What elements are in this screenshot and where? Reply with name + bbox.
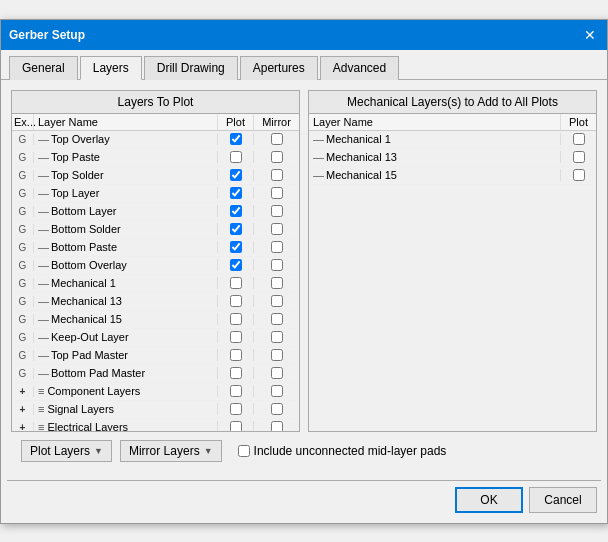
table-row: G —Top Paste [12,149,299,167]
row-ex: G [12,134,34,145]
close-button[interactable]: ✕ [581,26,599,44]
group-mirror-checkbox[interactable] [253,421,299,431]
right-row-plot-checkbox[interactable] [560,151,596,163]
row-ex: G [12,260,34,271]
right-col-name-header: Layer Name [309,114,560,130]
group-mirror-checkbox[interactable] [253,403,299,415]
col-ex-header: Ex... [12,114,34,130]
row-plot-checkbox[interactable] [217,205,253,217]
group-plot-checkbox[interactable] [217,403,253,415]
row-mirror-checkbox[interactable] [253,187,299,199]
row-mirror-checkbox[interactable] [253,331,299,343]
row-mirror-checkbox[interactable] [253,223,299,235]
mirror-layers-arrow-icon: ▼ [204,446,213,456]
table-row: G —Top Pad Master [12,347,299,365]
row-name: —Bottom Pad Master [34,367,217,379]
ok-button[interactable]: OK [455,487,523,513]
row-plot-checkbox[interactable] [217,277,253,289]
table-row: G —Top Layer [12,185,299,203]
row-plot-checkbox[interactable] [217,349,253,361]
tab-general[interactable]: General [9,56,78,80]
right-row-plot-checkbox[interactable] [560,133,596,145]
row-plot-checkbox[interactable] [217,223,253,235]
group-expand[interactable]: + [12,404,34,415]
cancel-button[interactable]: Cancel [529,487,597,513]
table-row: G —Top Overlay [12,131,299,149]
group-row-electrical: + ≡Electrical Layers [12,419,299,431]
group-name: ≡Electrical Layers [34,421,217,431]
row-plot-checkbox[interactable] [217,169,253,181]
row-name: —Top Paste [34,151,217,163]
table-row: G —Mechanical 15 [12,311,299,329]
tab-bar: General Layers Drill Drawing Apertures A… [1,50,607,80]
row-ex: G [12,368,34,379]
row-mirror-checkbox[interactable] [253,313,299,325]
row-mirror-checkbox[interactable] [253,133,299,145]
include-unconnected-checkbox[interactable] [238,445,250,457]
row-mirror-checkbox[interactable] [253,205,299,217]
layers-to-plot-panel: Layers To Plot Ex... Layer Name Plot Mir… [11,90,300,432]
row-ex: G [12,350,34,361]
table-row: G —Keep-Out Layer [12,329,299,347]
tab-layers[interactable]: Layers [80,56,142,80]
group-plot-checkbox[interactable] [217,421,253,431]
tab-drill-drawing[interactable]: Drill Drawing [144,56,238,80]
plot-layers-label: Plot Layers [30,444,90,458]
tab-advanced[interactable]: Advanced [320,56,399,80]
row-plot-checkbox[interactable] [217,187,253,199]
right-col-plot-header: Plot [560,114,596,130]
right-table-row: —Mechanical 1 [309,131,596,149]
include-unconnected-label: Include unconnected mid-layer pads [238,444,447,458]
row-ex: G [12,152,34,163]
row-ex: G [12,314,34,325]
row-plot-checkbox[interactable] [217,151,253,163]
mirror-layers-button[interactable]: Mirror Layers ▼ [120,440,222,462]
main-content: Layers To Plot Ex... Layer Name Plot Mir… [1,80,607,480]
row-mirror-checkbox[interactable] [253,277,299,289]
row-mirror-checkbox[interactable] [253,169,299,181]
bottom-bar: Plot Layers ▼ Mirror Layers ▼ Include un… [11,432,597,470]
right-row-plot-checkbox[interactable] [560,169,596,181]
row-ex: G [12,170,34,181]
group-row-component: + ≡Component Layers [12,383,299,401]
table-row: G —Bottom Pad Master [12,365,299,383]
row-name: —Bottom Overlay [34,259,217,271]
tab-apertures[interactable]: Apertures [240,56,318,80]
row-plot-checkbox[interactable] [217,133,253,145]
row-mirror-checkbox[interactable] [253,151,299,163]
group-mirror-checkbox[interactable] [253,385,299,397]
row-ex: G [12,206,34,217]
dialog-buttons: OK Cancel [1,481,607,523]
row-name: —Mechanical 1 [34,277,217,289]
row-mirror-checkbox[interactable] [253,295,299,307]
row-mirror-checkbox[interactable] [253,349,299,361]
row-mirror-checkbox[interactable] [253,367,299,379]
table-row: G —Bottom Paste [12,239,299,257]
row-ex: G [12,296,34,307]
right-panel-subheader: Layer Name Plot [309,114,596,131]
row-ex: G [12,332,34,343]
panels: Layers To Plot Ex... Layer Name Plot Mir… [11,90,597,432]
row-name: —Top Overlay [34,133,217,145]
row-plot-checkbox[interactable] [217,367,253,379]
row-ex: G [12,224,34,235]
plot-layers-button[interactable]: Plot Layers ▼ [21,440,112,462]
layers-table: G —Top Overlay G —Top Paste G [12,131,299,431]
row-plot-checkbox[interactable] [217,259,253,271]
row-plot-checkbox[interactable] [217,295,253,307]
row-plot-checkbox[interactable] [217,331,253,343]
row-plot-checkbox[interactable] [217,313,253,325]
group-expand[interactable]: + [12,422,34,431]
group-name: ≡Component Layers [34,385,217,397]
row-mirror-checkbox[interactable] [253,259,299,271]
col-mirror-header: Mirror [253,114,299,130]
row-name: —Bottom Layer [34,205,217,217]
right-panel-header: Mechanical Layers(s) to Add to All Plots [309,91,596,114]
table-row: G —Top Solder [12,167,299,185]
group-expand[interactable]: + [12,386,34,397]
left-panel-subheader: Ex... Layer Name Plot Mirror [12,114,299,131]
row-plot-checkbox[interactable] [217,241,253,253]
group-plot-checkbox[interactable] [217,385,253,397]
table-row: G —Bottom Overlay [12,257,299,275]
row-mirror-checkbox[interactable] [253,241,299,253]
